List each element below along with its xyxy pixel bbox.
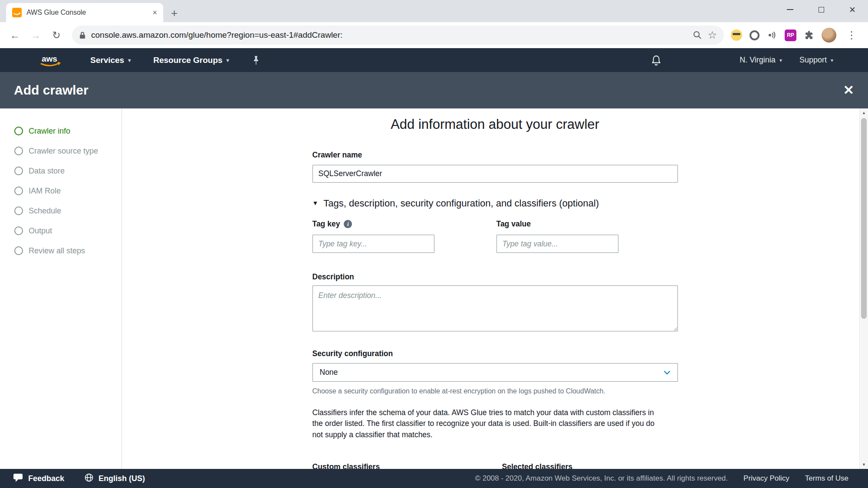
step-label: Data store (29, 167, 65, 176)
emoji-extension-icon[interactable] (731, 29, 742, 41)
step-schedule[interactable]: Schedule (0, 201, 122, 221)
triangle-down-icon: ▼ (312, 197, 319, 209)
back-button[interactable]: ← (6, 26, 23, 44)
resource-groups-label: Resource Groups (153, 56, 222, 65)
step-circle (14, 246, 23, 255)
wizard-content: Crawler info Crawler source type Data st… (0, 108, 868, 469)
selected-classifiers-label: Selected classifiers (502, 462, 678, 469)
step-label: Output (29, 226, 52, 236)
services-menu[interactable]: Services ▾ (90, 56, 131, 65)
chevron-down-icon: ▾ (227, 57, 229, 63)
tab-close-icon[interactable]: × (152, 8, 157, 17)
step-label: Crawler info (29, 127, 70, 136)
support-menu[interactable]: Support ▾ (799, 56, 833, 65)
step-review-all-steps[interactable]: Review all steps (0, 241, 122, 261)
browser-toolbar: ← → ↻ console.aws.amazon.com/glue/home?r… (0, 22, 868, 48)
feedback-button[interactable]: Feedback (13, 473, 64, 485)
browser-menu-icon[interactable]: ⋮ (844, 29, 859, 41)
chevron-down-icon: ▾ (779, 57, 782, 63)
tag-key-input[interactable] (312, 235, 434, 253)
crawler-name-label: Crawler name (312, 151, 678, 160)
security-selected-value: None (320, 368, 338, 377)
resource-groups-menu[interactable]: Resource Groups ▾ (153, 56, 229, 65)
step-label: IAM Role (29, 187, 61, 196)
step-iam-role[interactable]: IAM Role (0, 181, 122, 201)
browser-tab-strip: AWS Glue Console × + ✕ (0, 0, 868, 22)
reload-button[interactable]: ↻ (48, 26, 65, 44)
rp-extension-icon[interactable]: RP (785, 29, 796, 41)
scroll-up-arrow-icon[interactable]: ▲ (860, 108, 868, 117)
pin-icon[interactable] (252, 55, 260, 66)
step-circle (14, 167, 23, 175)
minimize-icon (787, 9, 793, 10)
custom-classifiers-label: Custom classifiers (312, 462, 502, 469)
scroll-down-arrow-icon[interactable]: ▼ (860, 460, 868, 469)
tag-key-label: Tag key (312, 219, 340, 229)
ring-extension-icon[interactable] (750, 30, 760, 40)
feedback-label: Feedback (28, 474, 64, 483)
svg-text:aws: aws (42, 54, 57, 63)
description-textarea[interactable] (312, 285, 678, 331)
minimize-button[interactable] (774, 0, 806, 19)
aws-top-nav: aws Services ▾ Resource Groups ▾ N. Virg… (0, 48, 868, 72)
step-crawler-source-type[interactable]: Crawler source type (0, 141, 122, 161)
step-circle (14, 206, 23, 215)
security-configuration-select[interactable]: None (312, 363, 678, 382)
region-label: N. Virginia (740, 56, 776, 65)
aws-logo[interactable]: aws (38, 53, 62, 68)
step-data-store[interactable]: Data store (0, 161, 122, 181)
services-label: Services (90, 56, 124, 65)
window-close-button[interactable]: ✕ (837, 0, 868, 19)
wizard-steps-sidebar: Crawler info Crawler source type Data st… (0, 108, 122, 469)
info-icon[interactable]: i (344, 220, 352, 228)
wizard-main-panel: Add information about your crawler Crawl… (122, 108, 868, 469)
vertical-scrollbar[interactable]: ▲ ▼ (859, 108, 868, 469)
language-selector[interactable]: English (US) (84, 473, 145, 485)
globe-icon (84, 473, 94, 485)
terms-of-use-link[interactable]: Terms of Use (805, 474, 848, 483)
address-bar[interactable]: console.aws.amazon.com/glue/home?region=… (72, 26, 724, 45)
step-label: Review all steps (29, 246, 85, 255)
tag-value-input[interactable] (496, 235, 618, 253)
scrollbar-thumb[interactable] (861, 118, 867, 319)
extensions-row: RP ⋮ (731, 28, 862, 43)
crawler-name-input[interactable] (312, 165, 678, 183)
step-label: Schedule (29, 206, 61, 216)
url-text[interactable]: console.aws.amazon.com/glue/home?region=… (91, 30, 687, 40)
lock-icon (79, 31, 86, 39)
browser-window: AWS Glue Console × + ✕ ← → ↻ console.aws… (0, 0, 868, 488)
region-selector[interactable]: N. Virginia ▾ (740, 56, 782, 65)
step-output[interactable]: Output (0, 221, 122, 241)
browser-tab[interactable]: AWS Glue Console × (6, 3, 163, 22)
bell-icon[interactable] (651, 55, 661, 66)
profile-avatar[interactable] (822, 28, 836, 43)
chevron-down-icon (664, 370, 671, 375)
description-label: Description (312, 272, 678, 282)
aws-favicon-icon (12, 8, 22, 17)
new-tab-button[interactable]: + (171, 7, 178, 19)
feedback-icon (13, 473, 23, 485)
window-controls: ✕ (774, 0, 868, 19)
step-circle (14, 226, 23, 235)
audio-extension-icon[interactable] (767, 30, 777, 40)
step-circle (14, 127, 23, 135)
tab-title: AWS Glue Console (26, 9, 148, 16)
privacy-policy-link[interactable]: Privacy Policy (743, 474, 789, 483)
emoji-shades (733, 33, 740, 35)
step-circle (14, 147, 23, 155)
step-crawler-info[interactable]: Crawler info (0, 121, 122, 141)
bookmark-star-icon[interactable]: ☆ (707, 29, 717, 41)
chevron-down-icon: ▾ (128, 57, 131, 63)
search-icon[interactable] (693, 30, 702, 40)
optional-section-toggle[interactable]: ▼ Tags, description, security configurat… (312, 197, 678, 209)
aws-nav-right: N. Virginia ▾ Support ▾ (651, 55, 868, 66)
form-heading: Add information about your crawler (122, 116, 868, 132)
maximize-button[interactable] (806, 0, 837, 19)
tag-key-label-row: Tag key i (312, 219, 434, 229)
forward-button[interactable]: → (27, 26, 44, 44)
chevron-down-icon: ▾ (831, 57, 833, 63)
extensions-puzzle-icon[interactable] (804, 30, 814, 40)
security-configuration-label: Security configuration (312, 349, 678, 358)
wizard-close-icon[interactable]: ✕ (843, 84, 854, 97)
page-title: Add crawler (14, 83, 89, 98)
